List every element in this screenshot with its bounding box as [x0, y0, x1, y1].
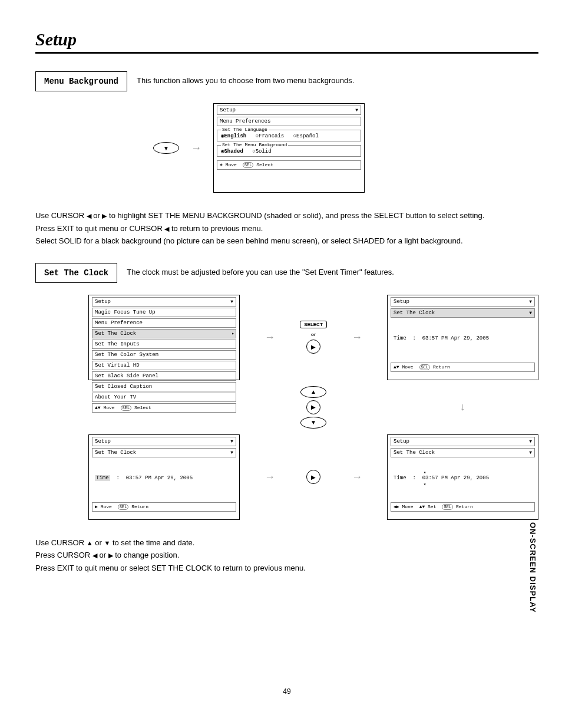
- list-item[interactable]: Set Virtual HD: [92, 361, 236, 370]
- instr-menu-bg-3: Select SOLID for a black background (no …: [35, 236, 538, 246]
- list-item[interactable]: Magic Focus Tune Up: [92, 308, 236, 317]
- arrow-right-icon: →: [339, 331, 375, 344]
- remote-up-button[interactable]: ▲: [300, 386, 326, 398]
- footer-select: SEL Select: [243, 162, 273, 168]
- page-title: Setup: [35, 29, 538, 54]
- list-item[interactable]: Set The Inputs: [92, 340, 236, 349]
- osd-footer: ▲▼ Move SEL Return: [391, 363, 535, 372]
- section-desc-menu-background: This function allows you to choose from …: [137, 71, 354, 85]
- cursor-right-button[interactable]: ▶: [306, 470, 320, 484]
- time-label-highlight: Time: [95, 475, 110, 481]
- fieldset-background: Set The Menu Background ◉Shaded ○Solid: [217, 145, 361, 157]
- osd-clock-hour-hl: Setup ▼ Set The Clock ▼ Time : ▴03▾:57 P…: [387, 434, 538, 520]
- osd-title: Setup ▼: [92, 297, 236, 307]
- osd-title-text: Setup: [95, 299, 111, 305]
- section-label-menu-background: Menu Background: [35, 71, 127, 91]
- footer-set: ▲▼ Set: [419, 504, 437, 510]
- time-display: Time : ▴03▾:57 PM Apr 29, 2005: [388, 457, 538, 499]
- down-arrow-icon: ▼: [529, 450, 532, 455]
- osd-title-text: Setup: [220, 107, 236, 113]
- osd-title-text: Setup: [394, 299, 409, 305]
- time-display: Time : 03:57 PM Apr 29, 2005: [89, 457, 239, 499]
- footer-select: SEL Select: [121, 405, 151, 411]
- footer-move: ◀▶ Move: [394, 504, 414, 510]
- left-triangle-icon: ◀: [92, 552, 97, 559]
- cursor-right-button[interactable]: ▶: [306, 400, 320, 414]
- instr-clock-3: Press EXIT to quit menu or select SET TH…: [35, 563, 538, 574]
- footer-return: SEL Return: [442, 504, 472, 510]
- arrow-right-icon: →: [252, 471, 288, 483]
- osd-title: Setup ▼: [391, 437, 535, 446]
- page-number: 49: [35, 687, 538, 696]
- osd-title: Setup ▼: [391, 297, 535, 307]
- list-item[interactable]: Set The Color System: [92, 350, 236, 360]
- osd-menu-preferences: Setup ▼ Menu Preferences Set The Languag…: [213, 103, 365, 193]
- osd-title-text: Setup: [95, 439, 111, 444]
- footer-return: SEL Return: [419, 364, 450, 370]
- osd-subtitle[interactable]: Set The Clock ▼: [92, 448, 236, 457]
- instr-clock-1: Use CURSOR ▲ or ▼ to set the time and da…: [35, 538, 538, 548]
- arrow-down-icon: ↓: [387, 401, 538, 413]
- list-item[interactable]: Set Black Side Panel: [92, 371, 236, 381]
- down-arrow-icon: ▼: [529, 310, 532, 315]
- down-arrow-icon: ▼: [529, 439, 532, 444]
- footer-return: SEL Return: [118, 504, 148, 510]
- list-item[interactable]: Set Closed Caption: [92, 382, 236, 391]
- osd-subtitle: Menu Preferences: [217, 117, 361, 126]
- section-desc-set-clock: The clock must be adjusted before you ca…: [127, 263, 394, 276]
- or-label: or: [311, 332, 316, 337]
- down-triangle-icon: ▼: [104, 539, 110, 546]
- down-arrow-icon: ▼: [529, 299, 532, 304]
- right-arrow-icon: ▸: [232, 331, 234, 336]
- bg-option-shaded[interactable]: ◉Shaded: [221, 148, 243, 154]
- down-arrow-icon: ▼: [230, 299, 233, 304]
- osd-footer: ✥ Move SEL Select: [217, 160, 361, 170]
- bg-option-solid[interactable]: ○Solid: [252, 149, 271, 154]
- arrow-right-icon: →: [191, 142, 201, 154]
- select-button[interactable]: SELECT: [300, 321, 327, 328]
- footer-move: ▶ Move: [95, 504, 112, 510]
- footer-move: ▲▼ Move: [95, 405, 115, 411]
- remote-down-button[interactable]: ▼: [300, 417, 326, 429]
- down-arrow-icon: ▼: [230, 450, 233, 455]
- up-caret-icon: ▴: [424, 469, 427, 475]
- down-caret-icon: ▾: [424, 482, 427, 487]
- list-item[interactable]: About Your TV: [92, 393, 236, 402]
- cursor-right-button[interactable]: ▶: [306, 340, 320, 354]
- osd-title: Setup ▼: [92, 437, 236, 446]
- right-triangle-icon: ▶: [108, 552, 113, 559]
- osd-clock-time-hl: Setup ▼ Set The Clock ▼ Time : 03:57 PM …: [88, 434, 240, 520]
- osd-title: Setup ▼: [217, 106, 361, 115]
- time-display: Time : 03:57 PM Apr 29, 2005: [388, 318, 538, 359]
- fieldset-language: Set The Language ◉English ○Francais ○Esp…: [217, 130, 361, 141]
- list-item-set-clock[interactable]: Set The Clock▸: [92, 329, 236, 338]
- footer-move: ▲▼ Move: [394, 364, 414, 370]
- arrow-right-icon: →: [339, 471, 375, 483]
- osd-title-text: Setup: [394, 439, 409, 444]
- instr-clock-2: Press CURSOR ◀ or ▶ to change position.: [35, 550, 538, 561]
- instr-menu-bg-2: Press EXIT to quit menu or CURSOR ◀ to r…: [35, 223, 538, 234]
- lang-option-english[interactable]: ◉English: [221, 133, 246, 139]
- section-label-set-clock: Set The Clock: [35, 263, 117, 283]
- arrow-right-icon: →: [252, 331, 288, 344]
- down-arrow-icon: ▼: [230, 439, 233, 444]
- up-triangle-icon: ▲: [87, 539, 93, 546]
- osd-footer: ▲▼ Move SEL Select: [92, 403, 236, 413]
- remote-down-button[interactable]: ▼: [153, 142, 179, 154]
- osd-footer: ◀▶ Move ▲▼ Set SEL Return: [391, 502, 535, 512]
- list-item[interactable]: Menu Preference: [92, 318, 236, 328]
- osd-subtitle[interactable]: Set The Clock ▼: [391, 308, 535, 318]
- osd-setup-list: Setup ▼ Magic Focus Tune Up Menu Prefere…: [88, 295, 240, 380]
- legend-background: Set The Menu Background: [221, 142, 288, 147]
- footer-move: ✥ Move: [220, 162, 237, 168]
- osd-footer: ▶ Move SEL Return: [92, 502, 236, 512]
- lang-option-francais[interactable]: ○Francais: [256, 133, 285, 139]
- left-triangle-icon: ◀: [87, 212, 91, 219]
- instr-menu-bg-1: Use CURSOR ◀ or ▶ to highlight SET THE M…: [35, 210, 538, 221]
- osd-clock-initial: Setup ▼ Set The Clock ▼ Time : 03:57 PM …: [387, 295, 538, 380]
- down-arrow-icon: ▼: [355, 107, 358, 113]
- side-tab: ON-SCREEN DISPLAY: [527, 519, 538, 617]
- osd-subtitle[interactable]: Set The Clock ▼: [391, 448, 535, 457]
- legend-language: Set The Language: [221, 127, 269, 132]
- lang-option-espanol[interactable]: ○Español: [293, 133, 319, 139]
